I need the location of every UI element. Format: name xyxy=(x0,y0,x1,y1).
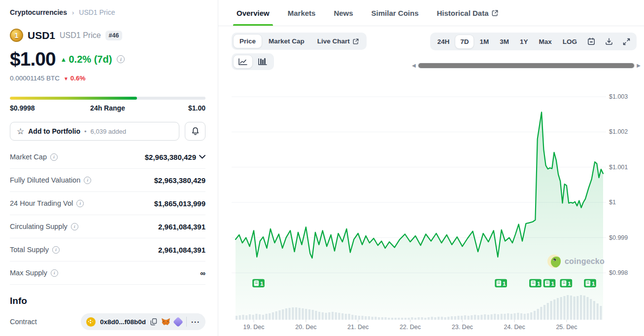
stat-value: ∞ xyxy=(200,269,205,277)
stats-table: Market Capi $2,963,380,429 Fully Diluted… xyxy=(10,146,205,285)
svg-text:20. Dec: 20. Dec xyxy=(295,324,316,331)
news-annotation-badge[interactable]: 1 xyxy=(529,279,542,288)
external-link-icon xyxy=(353,38,359,44)
line-chart-icon xyxy=(238,58,248,66)
svg-text:19. Dec: 19. Dec xyxy=(243,324,264,331)
contract-pill: 0x8d0...f08b0d ··· xyxy=(81,313,205,330)
stat-row-total-supply: Total Supplyi 2,961,084,391 xyxy=(10,238,205,261)
tab-bar: Overview Markets News Similar Coins Hist… xyxy=(218,0,644,26)
range-1y-button[interactable]: 1Y xyxy=(515,35,533,48)
stat-label: Market Cap xyxy=(10,153,47,161)
bullet: • xyxy=(84,128,87,135)
calendar-icon xyxy=(587,37,595,45)
metamask-icon[interactable] xyxy=(162,318,170,326)
range-7d-button[interactable]: 7D xyxy=(455,35,474,48)
tab-news[interactable]: News xyxy=(334,0,353,26)
notification-bell-button[interactable] xyxy=(185,122,205,141)
breadcrumb-home-link[interactable]: Cryptocurrencies xyxy=(10,8,67,16)
portfolio-label: Add to Portfolio xyxy=(28,127,80,135)
expand-icon xyxy=(623,38,630,45)
news-annotation-badge[interactable]: 1 xyxy=(495,279,508,288)
breadcrumb-current: USD1 Price xyxy=(79,8,115,16)
bell-icon xyxy=(191,127,200,136)
candlestick-chart-toggle[interactable] xyxy=(253,55,272,68)
star-icon: ☆ xyxy=(17,127,24,136)
coingecko-watermark: coingecko xyxy=(547,255,605,268)
chart-type-toggle xyxy=(232,53,274,70)
range-labels: $0.9998 24h Range $1.00 xyxy=(10,104,205,112)
price-change: ▲ 0.2% (7d) xyxy=(61,54,112,65)
coin-page: Cryptocurrencies › USD1 Price 1 USD1 USD… xyxy=(0,0,644,336)
stat-value: $2,963,380,429 xyxy=(154,176,205,185)
info-icon[interactable]: i xyxy=(51,269,58,277)
live-chart-button[interactable]: Live Chart xyxy=(311,35,365,48)
download-icon xyxy=(605,37,613,45)
more-options-button[interactable]: ··· xyxy=(191,318,200,326)
tab-overview[interactable]: Overview xyxy=(237,0,270,26)
scroll-right-arrow[interactable]: ▶ xyxy=(637,63,641,68)
add-to-portfolio-button[interactable]: ☆ Add to Portfolio • 6,039 added xyxy=(10,122,179,141)
log-scale-button[interactable]: LOG xyxy=(558,35,582,48)
svg-text:1: 1 xyxy=(537,281,541,287)
stat-row-fdv: Fully Diluted Valuationi $2,963,380,429 xyxy=(10,169,205,192)
range-label: 24h Range xyxy=(90,104,125,112)
scroll-left-arrow[interactable]: ◀ xyxy=(412,63,416,68)
down-triangle-icon: ▼ xyxy=(64,76,68,81)
stat-row-circulating-supply: Circulating Supplyi 2,961,084,391 xyxy=(10,215,205,238)
news-annotation-badge[interactable]: 1 xyxy=(584,279,597,288)
info-icon[interactable]: i xyxy=(117,55,125,63)
coin-symbol: USD1 xyxy=(28,30,55,41)
scrollbar-thumb[interactable] xyxy=(418,63,634,68)
tab-historical-data[interactable]: Historical Data xyxy=(437,0,498,26)
stat-row-trading-vol: 24 Hour Trading Voli $1,865,013,999 xyxy=(10,192,205,215)
btc-price-row: 0.00001145 BTC ▼ 0.6% xyxy=(10,75,205,82)
stat-label: Circulating Supply xyxy=(10,223,68,230)
svg-text:24. Dec: 24. Dec xyxy=(504,324,525,331)
btc-change: ▼ 0.6% xyxy=(64,75,85,82)
news-annotation-badge[interactable]: 1 xyxy=(543,279,556,288)
chevron-down-icon[interactable] xyxy=(199,155,205,159)
scrollbar-track[interactable] xyxy=(417,63,636,69)
stat-value: 2,961,084,391 xyxy=(158,246,205,254)
range-max-button[interactable]: Max xyxy=(534,35,556,48)
stat-row-market-cap: Market Capi $2,963,380,429 xyxy=(10,146,205,169)
phantom-wallet-icon[interactable] xyxy=(174,318,182,326)
copy-icon[interactable] xyxy=(150,318,157,326)
stat-value: $1,865,013,999 xyxy=(154,199,205,208)
fullscreen-button[interactable] xyxy=(618,35,635,48)
svg-text:$0.999: $0.999 xyxy=(609,234,628,241)
breadcrumb: Cryptocurrencies › USD1 Price xyxy=(10,8,205,16)
download-button[interactable] xyxy=(601,35,617,48)
svg-text:21. Dec: 21. Dec xyxy=(347,324,369,331)
coin-price: $1.00 xyxy=(10,48,56,70)
svg-text:25. Dec: 25. Dec xyxy=(556,324,577,331)
metric-market-cap-button[interactable]: Market Cap xyxy=(263,35,310,48)
contract-address[interactable]: 0x8d0...f08b0d xyxy=(100,318,146,326)
stat-value: $2,963,380,429 xyxy=(145,153,196,161)
up-triangle-icon: ▲ xyxy=(61,56,67,63)
line-chart-toggle[interactable] xyxy=(234,55,252,68)
info-icon[interactable]: i xyxy=(84,177,91,184)
range-24h-button[interactable]: 24H xyxy=(432,35,454,48)
range-3m-button[interactable]: 3M xyxy=(495,35,514,48)
info-icon[interactable]: i xyxy=(76,200,84,207)
news-annotation-badge[interactable]: 1 xyxy=(560,279,573,288)
svg-text:1: 1 xyxy=(503,281,506,287)
info-icon[interactable]: i xyxy=(50,153,58,161)
metric-price-button[interactable]: Price xyxy=(234,35,262,48)
range-fill xyxy=(10,97,137,100)
info-icon[interactable]: i xyxy=(52,246,60,254)
chart-horizontal-scrollbar: ◀ ▶ xyxy=(412,62,641,69)
news-annotation-badge[interactable]: 1 xyxy=(252,279,265,288)
calendar-button[interactable] xyxy=(583,35,600,48)
info-icon[interactable]: i xyxy=(71,223,78,230)
range-low: $0.9998 xyxy=(10,104,35,112)
price-chart[interactable]: $1.003$1.002$1.001$1$0.999$0.99819. Dec2… xyxy=(232,79,644,336)
svg-text:1: 1 xyxy=(568,281,571,287)
coin-header: 1 USD1 USD1 Price #46 xyxy=(10,29,205,42)
actions-row: ☆ Add to Portfolio • 6,039 added xyxy=(10,122,205,141)
tab-markets[interactable]: Markets xyxy=(288,0,316,26)
range-1m-button[interactable]: 1M xyxy=(475,35,494,48)
tab-similar-coins[interactable]: Similar Coins xyxy=(372,0,419,26)
svg-text:1: 1 xyxy=(592,281,595,287)
